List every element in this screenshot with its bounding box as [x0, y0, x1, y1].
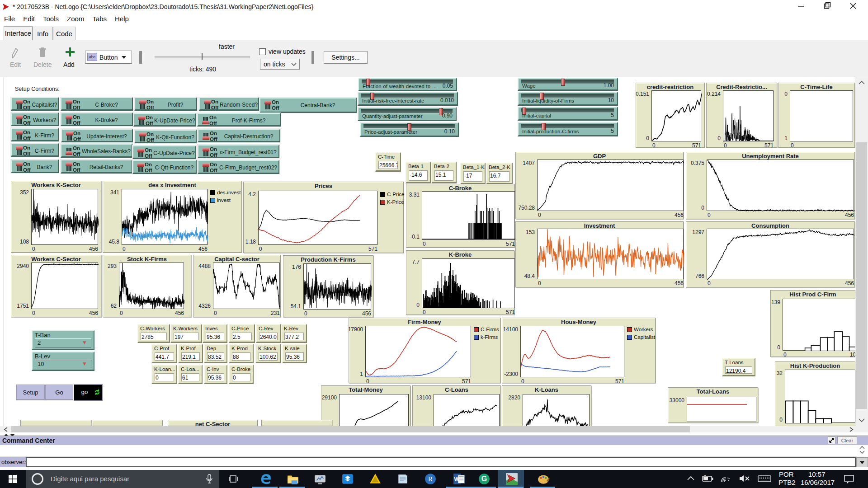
svg-text:R: R [428, 475, 433, 483]
svg-text:G: G [481, 474, 487, 483]
svg-text:W: W [454, 476, 460, 483]
